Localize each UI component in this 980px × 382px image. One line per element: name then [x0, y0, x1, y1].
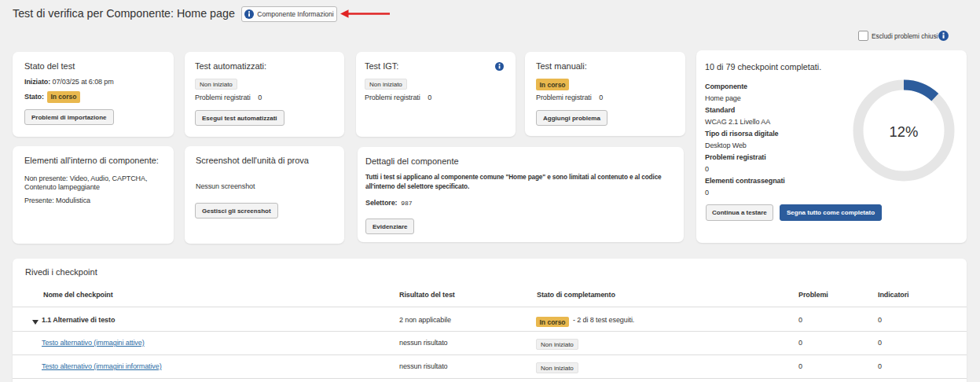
svg-text:12%: 12% [890, 123, 919, 140]
